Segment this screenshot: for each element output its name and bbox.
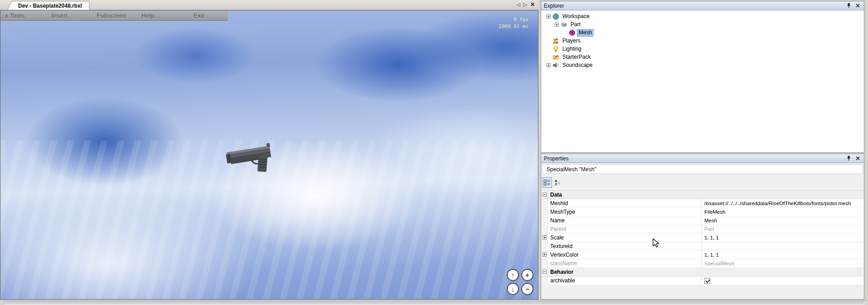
workspace-globe-icon [552,13,559,20]
tree-item-players[interactable]: Players [541,37,864,45]
camera-controls: ↑ + ↓ − [507,269,534,295]
tree-item-label: Part [569,21,582,28]
tilt-up-button[interactable]: ↑ [507,269,519,281]
expand-icon[interactable] [555,23,559,27]
menu-item-exit[interactable]: Exit [193,12,204,19]
explorer-header: Explorer [541,1,864,10]
collapse-icon[interactable] [542,270,547,274]
properties-toolbar: AZ↓ [542,177,561,188]
property-value[interactable]: FileMesh [702,208,863,216]
property-value[interactable]: 1, 1, 1 [702,251,863,259]
tree-item-part[interactable]: Part [541,20,864,28]
property-name: Scale [548,234,702,242]
category-row-data[interactable]: Data [542,191,863,199]
property-name: TextureId [548,242,702,250]
status-bar [0,300,868,305]
tree-item-label-selected: Mesh [577,29,593,36]
property-grid: Data MeshId rbxasset://../../../sharedda… [542,190,863,285]
close-icon[interactable] [855,3,860,9]
tree-item-soundscape[interactable]: Soundscape [541,61,864,69]
selected-object-field[interactable]: SpecialMesh "Mesh" [542,164,863,174]
property-value: SpecialMesh [702,259,863,267]
game-menu-bar: x Tools Insert Fullscreen Help... Exit [0,11,228,21]
pistol-mesh-object[interactable] [225,138,282,175]
tree-item-label: Players [561,38,582,44]
pin-icon[interactable] [846,3,851,9]
property-value: Part [702,225,863,233]
expand-icon[interactable] [547,63,551,67]
property-value[interactable]: Mesh [702,216,863,225]
players-icon [552,38,559,44]
pin-icon[interactable] [846,155,851,161]
alphabetical-sort-button[interactable]: AZ↓ [555,179,561,186]
category-label: Data [548,192,562,198]
performance-overlay: 0 fps 2009.91 ms [499,16,528,30]
tree-item-label: Lighting [561,46,583,52]
document-tab[interactable]: Dev - Baseplate2048.rbxl [14,1,90,10]
starterpack-folder-icon [552,54,559,61]
roblox-studio-screen: Dev - Baseplate2048.rbxl ◁ ▷ ✕ x Tools I… [0,0,868,305]
property-name: VertexColor [548,251,702,259]
speaker-icon [552,62,559,69]
close-icon[interactable] [855,155,860,161]
game-window: Dev - Baseplate2048.rbxl ◁ ▷ ✕ x Tools I… [0,0,538,300]
category-label: Behavior [548,269,573,275]
status-bar-inset [4,301,864,305]
expand-icon[interactable] [542,235,547,239]
property-row-parent: Parent Part [542,225,863,234]
tree-item-starterpack[interactable]: StarterPack [541,53,864,61]
tab-scroll-left-icon[interactable]: ◁ [516,1,520,8]
property-name: Name [548,216,702,225]
properties-panel: Properties SpecialMesh "Mesh" AZ↓ Data [541,154,864,300]
menu-item-fullscreen[interactable]: Fullscreen [97,12,126,19]
property-row-meshid: MeshId rbxasset://../../../shareddata/Ri… [542,199,863,208]
tab-close-icon[interactable]: ✕ [530,1,535,8]
property-name: archivable [548,277,702,285]
tab-scroll-right-icon[interactable]: ▷ [523,1,527,8]
property-value[interactable]: rbxasset://../../../shareddata/RiseOfThe… [702,199,863,207]
property-name: MeshId [548,199,702,207]
mesh-icon [569,29,576,36]
property-row-name: Name Mesh [542,216,863,225]
explorer-tree: Workspace Part Mesh [541,10,864,152]
selected-object-label: SpecialMesh "Mesh" [547,166,596,173]
property-row-vertexcolor: VertexColor 1, 1, 1 [542,251,863,259]
tilt-down-button[interactable]: ↓ [507,283,519,295]
zoom-out-button[interactable]: − [521,283,533,295]
tree-item-label: Soundscape [561,62,594,69]
archivable-checkbox[interactable] [704,278,710,284]
property-row-meshtype: MeshType FileMesh [542,208,863,216]
property-value[interactable]: 1, 1, 1 [702,234,863,242]
expand-icon[interactable] [542,253,547,257]
category-row-behavior[interactable]: Behavior [542,268,863,277]
properties-title: Properties [544,155,569,162]
menu-item-tools[interactable]: x Tools [5,12,25,19]
explorer-panel: Explorer Workspace Par [541,1,864,153]
property-row-scale: Scale 1, 1, 1 [542,234,863,242]
tree-item-lighting[interactable]: Lighting [541,45,864,53]
tree-item-workspace[interactable]: Workspace [541,12,864,20]
tree-item-label: Workspace [561,13,591,20]
lightbulb-icon [552,46,559,52]
3d-viewport[interactable]: x Tools Insert Fullscreen Help... Exit 0… [0,10,538,300]
property-name: MeshType [548,208,702,216]
tree-item-mesh[interactable]: Mesh [541,28,864,37]
expand-icon[interactable] [547,14,551,19]
explorer-title: Explorer [544,3,564,9]
property-name: className [548,259,702,267]
properties-header: Properties [541,154,864,163]
zoom-in-button[interactable]: + [521,269,533,281]
menu-item-help[interactable]: Help... [142,12,160,19]
property-row-classname: className SpecialMesh [542,259,863,268]
categorized-view-button[interactable] [542,177,552,188]
tree-item-label: StarterPack [561,54,592,61]
property-row-archivable: archivable [542,277,863,285]
fps-counter: 0 fps [499,16,528,23]
collapse-icon[interactable] [542,192,547,197]
tab-strip: Dev - Baseplate2048.rbxl ◁ ▷ ✕ [0,0,538,10]
property-name: Parent [548,225,702,233]
menu-item-insert[interactable]: Insert [52,12,68,19]
part-brick-icon [561,21,567,28]
tab-nav-controls: ◁ ▷ ✕ [516,1,535,8]
property-value[interactable] [702,242,863,250]
